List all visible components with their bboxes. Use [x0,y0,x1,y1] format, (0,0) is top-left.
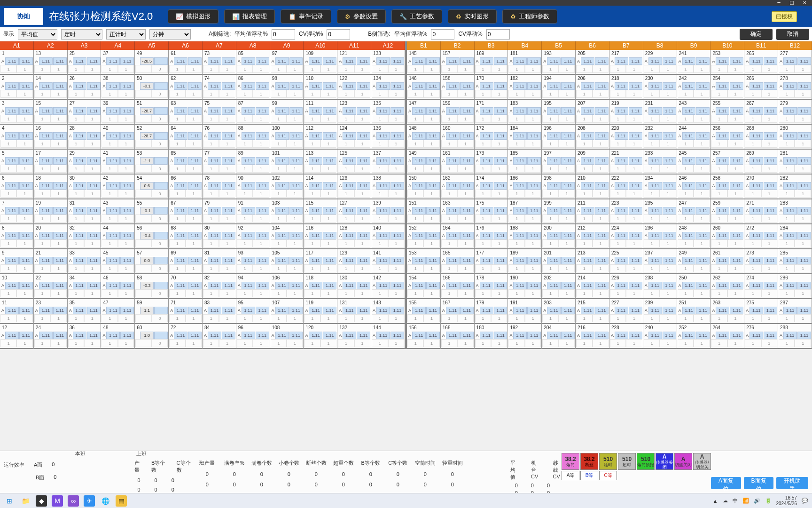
grid-cell[interactable]: 261 A1.111.11 11 [710,249,744,274]
grid-cell[interactable]: 25 A1.111.11 11 [68,50,101,75]
grid-cell[interactable]: 48 A1.111.11 11 [101,324,134,349]
start-icon[interactable]: ⊞ [4,495,15,507]
grid-cell[interactable]: 215 A1.111.11 11 [576,299,609,324]
cloud-icon[interactable]: ☁ [723,498,728,504]
grid-cell[interactable]: 31 A1.111.11 11 [68,199,101,224]
grid-cell[interactable]: 96 A1.111.11 11 [236,324,270,349]
grid-cell[interactable]: 276 A1.111.11 11 [744,324,778,349]
grid-cell[interactable]: 146 A1.111.11 11 [407,75,440,100]
grid-cell[interactable]: 230 A1.111.11 11 [643,75,677,100]
grid-cell[interactable]: 18 A1.111.11 11 [34,175,67,199]
grid-cell[interactable]: 240 A1.111.11 11 [643,324,677,349]
grid-cell[interactable]: 286 A1.111.11 11 [778,274,812,299]
grid-cell[interactable]: 117 A1.111.11 11 [304,249,337,274]
grid-cell[interactable]: 260 A1.111.11 11 [710,224,744,249]
grid-cell[interactable]: 121 A1.111.11 11 [337,50,371,75]
grid-cell[interactable]: 134 A1.111.11 11 [371,75,405,100]
battery-icon[interactable]: 🔋 [765,498,772,504]
grid-cell[interactable]: 46 A1.111.11 11 [101,274,134,299]
grid-cell[interactable]: 200 A1.111.11 11 [542,224,575,249]
grid-cell[interactable]: 186 A1.111.11 11 [508,175,541,199]
grid-cell[interactable]: 33 A1.111.11 11 [68,249,101,274]
grid-cell[interactable]: 49 -28.5 0 [135,50,168,75]
grid-cell[interactable]: 127 A1.111.11 11 [337,199,371,224]
grid-cell[interactable]: 43 A1.111.11 11 [101,199,134,224]
grid-cell[interactable]: 62 A1.111.11 11 [169,75,202,100]
grid-cell[interactable]: 112 A1.111.11 11 [304,125,337,150]
grid-cell[interactable]: 5 A1.111.11 11 [0,150,33,175]
grid-cell[interactable]: 142 A1.111.11 11 [371,274,405,299]
grid-cell[interactable]: 109 A1.111.11 11 [304,50,337,75]
grid-cell[interactable]: 35 A1.111.11 11 [68,299,101,324]
grid-cell[interactable]: 140 A1.111.11 11 [371,224,405,249]
grid-cell[interactable]: 28 A1.111.11 11 [68,125,101,150]
a-reset-button[interactable]: A面复位 [711,477,741,489]
grid-cell[interactable]: 269 A1.111.11 11 [744,150,778,175]
grid-cell[interactable]: 143 A1.111.11 11 [371,299,405,324]
grid-cell[interactable]: 3 A1.111.11 11 [0,100,33,125]
grid-cell[interactable]: 169 A1.111.11 11 [475,50,508,75]
b-reset-button[interactable]: B面复位 [744,477,774,489]
ok-button[interactable]: 确定 [740,29,773,40]
grid-cell[interactable]: 58 -0.3 0 [135,274,168,299]
grid-cell[interactable]: 40 A1.111.11 11 [101,125,134,150]
grid-cell[interactable]: 182 A1.111.11 11 [508,75,541,100]
grid-cell[interactable]: 118 A1.111.11 11 [304,274,337,299]
grid-cell[interactable]: 82 A1.111.11 11 [203,274,236,299]
grid-cell[interactable]: 78 A1.111.11 11 [203,175,236,199]
grid-cell[interactable]: 263 A1.111.11 11 [710,299,744,324]
grid-cell[interactable]: 147 A1.111.11 11 [407,100,440,125]
grid-cell[interactable]: 149 A1.111.11 11 [407,150,440,175]
simulate-button[interactable]: 📈模拟图形 [168,9,219,24]
app-icon-5[interactable]: ▦ [116,495,127,507]
grid-cell[interactable]: 166 A1.111.11 11 [441,274,474,299]
helper-button[interactable]: 开机助手 [776,477,808,489]
grid-cell[interactable]: 124 A1.111.11 11 [337,125,371,150]
grid-cell[interactable]: 163 A1.111.11 11 [441,199,474,224]
grid-cell[interactable]: 270 A1.111.11 11 [744,175,778,199]
grid-cell[interactable]: 120 A1.111.11 11 [304,324,337,349]
grid-cell[interactable]: 222 A1.111.11 11 [609,175,643,199]
grid-cell[interactable]: 79 A1.111.11 11 [203,199,236,224]
grid-cell[interactable]: 287 A1.111.11 11 [778,299,812,324]
grid-cell[interactable]: 225 A1.111.11 11 [609,249,643,274]
grid-cell[interactable]: 145 A1.111.11 11 [407,50,440,75]
grid-cell[interactable]: 95 A1.111.11 11 [236,299,270,324]
grid-cell[interactable]: 61 A1.111.11 11 [169,50,202,75]
grid-cell[interactable]: 4 A1.111.11 11 [0,125,33,150]
grid-cell[interactable]: 17 A1.111.11 11 [34,150,67,175]
grid-cell[interactable]: 108 A1.111.11 11 [270,324,304,349]
app-icon-3[interactable]: ∞ [68,495,79,507]
grid-cell[interactable]: 252 A1.111.11 11 [677,324,710,349]
grid-cell[interactable]: 100 A1.111.11 11 [270,125,304,150]
grid-cell[interactable]: 67 A1.111.11 11 [169,199,202,224]
grid-cell[interactable]: 281 A1.111.11 11 [778,150,812,175]
grid-cell[interactable]: 123 A1.111.11 11 [337,100,371,125]
grid-cell[interactable]: 86 A1.111.11 11 [236,75,270,100]
grid-cell[interactable]: 251 A1.111.11 11 [677,299,710,324]
grid-cell[interactable]: 243 A1.111.11 11 [677,100,710,125]
grid-cell[interactable]: 179 A1.111.11 11 [475,299,508,324]
grid-cell[interactable]: 87 A1.111.11 11 [236,100,270,125]
grid-cell[interactable]: 12 A1.111.11 11 [0,324,33,349]
grid-cell[interactable]: 10 A1.111.11 11 [0,274,33,299]
grid-cell[interactable]: 224 A1.111.11 11 [609,224,643,249]
grid-cell[interactable]: 221 A1.111.11 11 [609,150,643,175]
grid-cell[interactable]: 155 A1.111.11 11 [407,299,440,324]
grid-cell[interactable]: 63 A1.111.11 11 [169,100,202,125]
grid-cell[interactable]: 208 A1.111.11 11 [576,125,609,150]
grid-cell[interactable]: 38 A1.111.11 11 [101,75,134,100]
grid-cell[interactable]: 280 A1.111.11 11 [778,125,812,150]
grid-cell[interactable]: 213 A1.111.11 11 [576,249,609,274]
grid-cell[interactable]: 197 A1.111.11 11 [542,150,575,175]
grid-cell[interactable]: 250 A1.111.11 11 [677,274,710,299]
grid-cell[interactable]: 157 A1.111.11 11 [441,50,474,75]
grid-cell[interactable]: 135 A1.111.11 11 [371,100,405,125]
grid-cell[interactable]: 70 A1.111.11 11 [169,274,202,299]
grid-cell[interactable]: 238 A1.111.11 11 [643,274,677,299]
grid-cell[interactable]: 153 A1.111.11 11 [407,249,440,274]
grid-cell[interactable]: 283 A1.111.11 11 [778,199,812,224]
grid-cell[interactable]: 98 A1.111.11 11 [270,75,304,100]
grid-cell[interactable]: 231 A1.111.11 11 [643,100,677,125]
grid-cell[interactable]: 257 A1.111.11 11 [710,150,744,175]
